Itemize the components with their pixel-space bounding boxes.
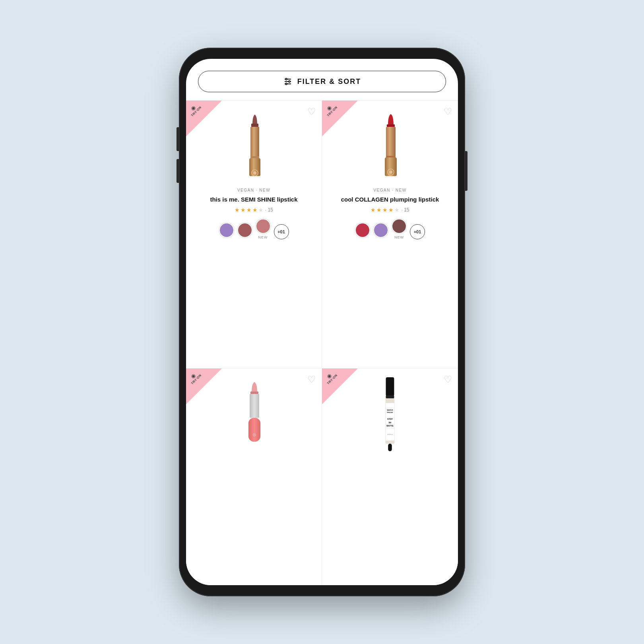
star-2-3: ★	[382, 207, 388, 213]
svg-rect-16	[386, 156, 396, 157]
color-swatches-1: NEW +01	[219, 219, 289, 239]
product-card-4: ◉ TRY·ON ♡	[322, 368, 458, 585]
swatch-more-2[interactable]: +01	[410, 224, 425, 239]
svg-rect-8	[250, 127, 259, 159]
svg-text:STAY: STAY	[387, 418, 393, 421]
svg-point-13	[253, 171, 256, 175]
swatch-label-2c: NEW	[394, 235, 404, 239]
svg-rect-36	[388, 444, 392, 451]
svg-rect-15	[386, 127, 396, 158]
svg-point-4	[289, 81, 290, 82]
swatch-2b[interactable]	[373, 223, 388, 238]
swatch-1b[interactable]	[237, 223, 252, 238]
product-meta-2: VEGAN · NEW	[373, 188, 406, 192]
filter-bar: FILTER & SORT	[186, 67, 458, 100]
svg-rect-24	[248, 418, 260, 442]
star-1-4: ★	[252, 207, 258, 213]
product-rating-1: ★ ★ ★ ★ ★ · 15	[235, 207, 273, 213]
swatch-1c[interactable]	[256, 219, 271, 234]
filter-sort-button[interactable]: FILTER & SORT	[198, 71, 446, 92]
svg-point-19	[389, 171, 392, 174]
swatch-2c[interactable]	[392, 219, 407, 234]
filter-icon	[283, 77, 293, 86]
product-name-2: cool COLLAGEN plumping lipstick	[335, 196, 445, 204]
svg-rect-6	[251, 124, 258, 127]
lipstick-image-2	[374, 113, 406, 184]
stars-1: ★ ★ ★ ★ ★	[235, 207, 264, 213]
swatch-1a[interactable]	[219, 223, 234, 238]
star-2-4: ★	[388, 207, 394, 213]
svg-point-5	[285, 83, 287, 85]
svg-rect-22	[250, 394, 259, 418]
filter-sort-label: FILTER & SORT	[297, 78, 361, 86]
power-button	[465, 151, 467, 191]
star-1-3: ★	[246, 207, 252, 213]
swatch-wrapper-2c: NEW	[392, 219, 407, 239]
product-rating-2: ★ ★ ★ ★ ★ · 15	[370, 207, 409, 213]
products-grid: ◉ TRY·ON ♡	[186, 100, 458, 585]
svg-rect-14	[387, 124, 395, 127]
wishlist-button-4[interactable]: ♡	[444, 374, 452, 385]
star-2-1: ★	[370, 207, 376, 213]
color-swatches-2: NEW +01	[355, 219, 425, 239]
svg-rect-20	[250, 392, 258, 394]
lipstick-image-1	[238, 113, 270, 184]
swatch-wrapper-2a	[355, 223, 370, 239]
svg-text:PROOF: PROOF	[387, 411, 393, 413]
star-2-5: ★	[394, 207, 400, 213]
svg-text:8H: 8H	[389, 421, 392, 424]
product-card-1: ◉ TRY·ON ♡	[186, 100, 322, 368]
swatch-2a[interactable]	[355, 223, 370, 238]
svg-rect-9	[250, 156, 259, 158]
screen-content: FILTER & SORT ◉ TRY·ON ♡	[186, 59, 458, 585]
svg-text:Ⓨ: Ⓨ	[253, 433, 256, 437]
product-card-2: ◉ TRY·ON ♡	[322, 100, 458, 368]
svg-point-3	[285, 78, 287, 80]
swatch-more-1[interactable]: +01	[274, 224, 289, 239]
star-1-2: ★	[241, 207, 246, 213]
wishlist-button-1[interactable]: ♡	[307, 106, 316, 117]
volume-down-button	[177, 159, 179, 183]
star-2-2: ★	[376, 207, 382, 213]
lipstick-image-3: Ⓨ	[238, 380, 270, 452]
svg-text:MATTE: MATTE	[386, 425, 394, 427]
wishlist-button-3[interactable]: ♡	[307, 374, 316, 385]
product-meta-1: VEGAN · NEW	[237, 188, 270, 192]
mascara-image-4: WATER PROOF STAY 8H MATTE essence	[380, 376, 400, 452]
product-card-3: ◉ TRY·ON ♡	[186, 368, 322, 585]
wishlist-button-2[interactable]: ♡	[444, 106, 452, 117]
phone-frame: FILTER & SORT ◉ TRY·ON ♡	[179, 48, 465, 596]
swatch-wrapper-1c: NEW	[256, 219, 271, 239]
star-1-5: ★	[258, 207, 264, 213]
svg-text:essence: essence	[387, 434, 393, 436]
product-name-1: this is me. SEMI SHINE lipstick	[204, 196, 303, 204]
swatch-wrapper-1a	[219, 223, 234, 239]
swatch-wrapper-2b	[373, 223, 388, 239]
stars-2: ★ ★ ★ ★ ★	[370, 207, 400, 213]
svg-text:WATER: WATER	[387, 409, 393, 411]
swatch-label-1c: NEW	[258, 235, 268, 239]
phone-mockup: FILTER & SORT ◉ TRY·ON ♡	[179, 48, 465, 596]
phone-screen: FILTER & SORT ◉ TRY·ON ♡	[186, 59, 458, 585]
review-count-2: · 15	[401, 207, 409, 213]
svg-rect-27	[386, 396, 394, 399]
review-count-1: · 15	[265, 207, 273, 213]
volume-up-button	[177, 127, 179, 151]
svg-rect-26	[386, 377, 394, 396]
swatch-wrapper-1b	[237, 223, 252, 239]
star-1-1: ★	[235, 207, 240, 213]
